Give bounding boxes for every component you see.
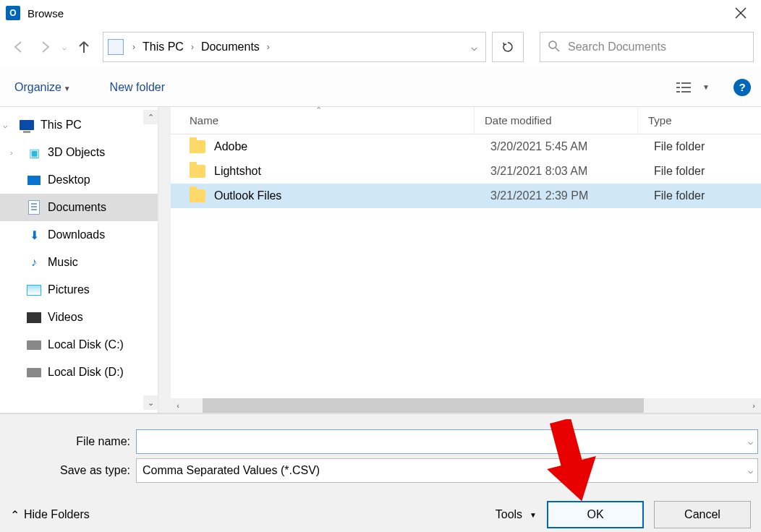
file-date: 3/20/2021 5:45 AM [490, 140, 654, 153]
file-name: Lightshot [214, 165, 490, 178]
chevron-right-icon[interactable] [10, 148, 20, 157]
tree-item-downloads[interactable]: ⬇ Downloads [0, 221, 158, 249]
ok-button[interactable]: OK [547, 501, 644, 528]
scroll-left-icon[interactable]: ‹ [171, 401, 185, 410]
search-box[interactable] [540, 32, 754, 62]
horizontal-scrollbar[interactable]: ‹ › [171, 398, 761, 413]
desktop-icon [26, 172, 42, 188]
tree-label: This PC [41, 119, 82, 132]
pictures-icon [26, 282, 42, 298]
svg-point-0 [549, 41, 556, 48]
location-icon [108, 39, 124, 55]
dropdown-icon[interactable]: ⌵ [748, 466, 753, 476]
tree-item-pictures[interactable]: Pictures [0, 276, 158, 304]
file-row[interactable]: Outlook Files 3/21/2021 2:39 PM File fol… [171, 184, 761, 208]
filename-input[interactable]: ⌵ [136, 429, 758, 454]
cube-icon: ▣ [26, 145, 42, 160]
breadcrumb[interactable]: › This PC › Documents › ⌵ [103, 32, 486, 62]
tree-label: Documents [48, 201, 106, 214]
videos-icon [26, 309, 42, 325]
hide-folders-button[interactable]: ⌃ Hide Folders [10, 508, 90, 522]
tree-scroll-up[interactable]: ⌃ [143, 110, 158, 124]
filename-row: File name: ⌵ [0, 427, 761, 456]
column-header-type[interactable]: Type [638, 107, 761, 134]
folder-tree: ⌃ This PC ▣ 3D Objects Desktop Documents… [0, 107, 158, 413]
hide-folders-label: Hide Folders [24, 508, 90, 521]
back-button[interactable] [7, 35, 30, 59]
breadcrumb-item-documents[interactable]: Documents [200, 40, 261, 53]
svg-rect-3 [676, 87, 680, 88]
close-button[interactable] [726, 2, 755, 24]
tree-label: Music [48, 256, 78, 269]
monitor-icon [19, 117, 35, 133]
tree-scroll-down[interactable]: ⌄ [143, 395, 158, 410]
tree-item-local-disk-c[interactable]: Local Disk (C:) [0, 331, 158, 359]
tree-label: Downloads [48, 228, 105, 241]
refresh-button[interactable] [492, 32, 524, 62]
search-input[interactable] [568, 40, 746, 53]
saveas-value: Comma Separated Values (*.CSV) [143, 464, 320, 477]
tree-item-documents[interactable]: Documents [0, 194, 158, 221]
column-header-name[interactable]: Name [171, 107, 475, 134]
dropdown-icon[interactable]: ⌵ [748, 437, 753, 447]
tree-label: Desktop [48, 173, 90, 186]
cancel-button[interactable]: Cancel [654, 501, 751, 528]
download-icon: ⬇ [26, 227, 42, 243]
file-type: File folder [654, 165, 761, 178]
svg-rect-6 [681, 91, 691, 93]
window-title: Browse [27, 7, 64, 20]
column-header-date[interactable]: Date modified [475, 107, 638, 134]
chevron-down-icon[interactable] [3, 121, 13, 130]
saveas-label: Save as type: [22, 464, 130, 477]
titlebar: O Browse [0, 0, 761, 26]
tree-item-local-disk-d[interactable]: Local Disk (D:) [0, 359, 158, 386]
save-panel: File name: ⌵ Save as type: Comma Separat… [0, 413, 761, 532]
folder-icon [190, 140, 205, 153]
filename-label: File name: [22, 435, 130, 448]
search-icon [548, 40, 561, 55]
scrollbar-thumb[interactable] [203, 398, 644, 413]
tools-button[interactable]: Tools ▼ [496, 508, 537, 521]
file-row[interactable]: Lightshot 3/21/2021 8:03 AM File folder [171, 159, 761, 184]
tree-item-3d-objects[interactable]: ▣ 3D Objects [0, 139, 158, 166]
view-options-button[interactable] [671, 77, 696, 98]
chevron-right-icon: › [185, 42, 200, 52]
navbar: ⌵ › This PC › Documents › ⌵ [0, 26, 761, 68]
tree-scrollbar[interactable] [158, 107, 171, 413]
file-list: ⌃ Name Date modified Type Adobe 3/20/202… [171, 107, 761, 413]
file-type: File folder [654, 189, 761, 202]
svg-rect-4 [681, 87, 691, 88]
saveas-select[interactable]: Comma Separated Values (*.CSV) ⌵ [136, 458, 758, 483]
breadcrumb-dropdown[interactable]: ⌵ [462, 33, 485, 61]
chevron-right-icon: › [261, 42, 276, 52]
file-row[interactable]: Adobe 3/20/2021 5:45 AM File folder [171, 134, 761, 159]
file-name: Adobe [214, 140, 490, 153]
organize-button[interactable]: Organize [10, 78, 75, 97]
forward-button[interactable] [33, 35, 56, 59]
new-folder-button[interactable]: New folder [106, 78, 169, 97]
disk-icon [26, 364, 42, 380]
tree-label: Local Disk (C:) [48, 338, 124, 351]
breadcrumb-item-pc[interactable]: This PC [141, 40, 185, 53]
up-button[interactable] [72, 35, 95, 59]
tree-item-this-pc[interactable]: This PC [0, 111, 158, 139]
document-icon [26, 200, 42, 215]
view-dropdown-icon[interactable]: ▼ [700, 77, 712, 98]
svg-rect-5 [676, 91, 680, 93]
tree-item-videos[interactable]: Videos [0, 304, 158, 331]
tree-label: Local Disk (D:) [48, 366, 124, 379]
help-button[interactable]: ? [734, 79, 751, 96]
folder-icon [190, 189, 205, 202]
scroll-right-icon[interactable]: › [747, 401, 761, 410]
disk-icon [26, 337, 42, 353]
tree-item-desktop[interactable]: Desktop [0, 166, 158, 194]
svg-rect-1 [676, 82, 680, 84]
recent-dropdown-icon[interactable]: ⌵ [59, 35, 69, 59]
file-date: 3/21/2021 8:03 AM [490, 165, 654, 178]
folder-icon [190, 165, 205, 178]
tree-label: Pictures [48, 283, 90, 296]
chevron-up-icon: ⌃ [10, 508, 20, 522]
main-area: ⌃ This PC ▣ 3D Objects Desktop Documents… [0, 107, 761, 413]
tree-label: Videos [48, 311, 83, 324]
tree-item-music[interactable]: ♪ Music [0, 249, 158, 276]
